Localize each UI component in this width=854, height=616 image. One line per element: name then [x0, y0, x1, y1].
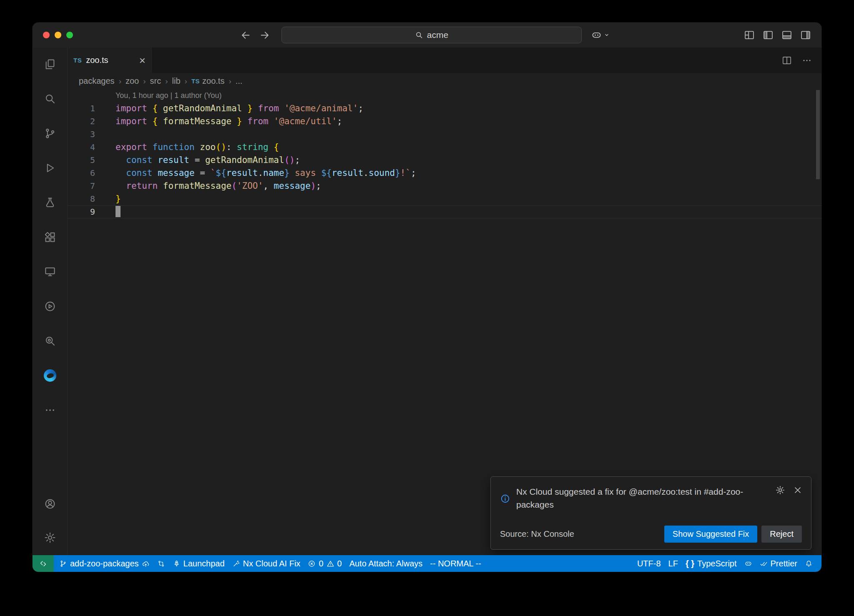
activitybar-item-remote-explorer[interactable] — [33, 260, 68, 283]
close-window-button[interactable] — [43, 32, 50, 38]
code-line-4[interactable]: 4export function zoo(): string { — [68, 141, 821, 154]
tab-zoo-ts[interactable]: TS zoo.ts × — [68, 48, 152, 73]
activitybar-item-nx-console[interactable] — [33, 295, 68, 318]
activitybar-item-source-control[interactable] — [33, 122, 68, 145]
language-item[interactable]: { }TypeScript — [682, 555, 741, 572]
code-line-1[interactable]: 1import { getRandomAnimal } from '@acme/… — [68, 102, 821, 115]
status-label: Launchpad — [183, 559, 225, 568]
close-tab-icon[interactable]: × — [139, 55, 146, 66]
breadcrumb-item[interactable]: packages — [79, 76, 115, 86]
prettier-item[interactable]: Prettier — [756, 555, 801, 572]
warning-icon — [327, 560, 334, 568]
breadcrumb-item[interactable]: zoo — [126, 76, 139, 86]
git-compare-item[interactable] — [153, 555, 169, 572]
problems-item[interactable]: 00 — [304, 555, 345, 572]
status-label: Nx Cloud AI Fix — [243, 559, 301, 568]
code-line-7[interactable]: 7 return formatMessage('ZOO', message); — [68, 180, 821, 193]
branch-icon — [59, 560, 67, 568]
launchpad-item[interactable]: Launchpad — [169, 555, 229, 572]
code-line-8[interactable]: 8} — [68, 193, 821, 205]
activitybar-item-code-search[interactable] — [33, 329, 68, 353]
toggle-primary-sidebar-button[interactable] — [762, 29, 774, 41]
activitybar-item-extensions[interactable] — [33, 225, 68, 249]
breadcrumb-item[interactable]: lib — [172, 76, 181, 86]
status-label: UTF-8 — [637, 559, 661, 568]
bell-item[interactable] — [801, 555, 816, 572]
activitybar-item-testing[interactable] — [33, 191, 68, 214]
command-center-search[interactable]: acme — [281, 27, 582, 43]
remote-icon — [39, 560, 47, 568]
braces-icon: { } — [686, 559, 694, 568]
code-line-6[interactable]: 6 const message = `${result.name} says $… — [68, 167, 821, 180]
breadcrumb-separator: › — [229, 77, 231, 86]
run-debug-icon — [44, 162, 56, 174]
activity-bar — [33, 48, 68, 555]
close-icon — [793, 485, 803, 495]
status-label: TypeScript — [697, 559, 736, 568]
encoding-item[interactable]: UTF-8 — [633, 555, 665, 572]
titlebar: acme — [33, 23, 821, 48]
breadcrumb-item[interactable]: TSzoo.ts — [191, 76, 225, 86]
remote-explorer-icon — [44, 265, 56, 278]
accounts-icon — [44, 498, 56, 510]
gitlens-blame[interactable]: You, 1 hour ago | 1 author (You) — [116, 89, 222, 102]
notification-settings-button[interactable] — [775, 485, 785, 495]
show-suggested-fix-button[interactable]: Show Suggested Fix — [664, 526, 757, 543]
maximize-window-button[interactable] — [66, 32, 73, 38]
branch-item[interactable]: add-zoo-packages — [55, 555, 153, 572]
git-compare-icon — [157, 560, 165, 568]
search-icon — [44, 93, 56, 105]
line-number: 9 — [68, 205, 95, 218]
editor-scrollbar[interactable] — [816, 90, 820, 179]
activitybar-item-explorer[interactable] — [33, 53, 68, 76]
customize-layout-button[interactable] — [743, 29, 755, 41]
activitybar-item-search[interactable] — [33, 87, 68, 110]
notification-message: Nx Cloud suggested a fix for @acme/zoo:t… — [516, 485, 770, 511]
bell-icon — [805, 560, 813, 568]
status-label: -- NORMAL -- — [430, 559, 481, 568]
activitybar-item-more[interactable] — [33, 398, 68, 422]
more-icon — [801, 55, 812, 66]
activitybar-item-run-debug[interactable] — [33, 156, 68, 180]
nx-cloud-ai-fix-item[interactable]: Nx Cloud AI Fix — [229, 555, 304, 572]
editor-more-actions-button[interactable] — [801, 55, 812, 66]
typescript-file-icon: TS — [73, 57, 82, 64]
code-line-3[interactable]: 3 — [68, 128, 821, 141]
navigate-back-button[interactable] — [240, 30, 251, 41]
editor-cursor — [116, 206, 121, 217]
breadcrumb-item[interactable]: ... — [236, 76, 243, 86]
check-all-icon — [760, 560, 768, 568]
navigate-forward-button[interactable] — [259, 30, 270, 41]
line-number: 2 — [68, 115, 95, 128]
vim-mode-item[interactable]: -- NORMAL -- — [426, 555, 485, 572]
copilot-menu-button[interactable] — [591, 23, 610, 48]
activitybar-item-accounts[interactable] — [33, 492, 68, 516]
toggle-primary-sidebar-icon — [762, 29, 774, 41]
code-line-5[interactable]: 5 const result = getRandomAnimal(); — [68, 154, 821, 167]
explorer-icon — [44, 58, 56, 70]
status-label: 0 — [319, 559, 323, 568]
customize-layout-icon — [743, 29, 755, 41]
minimize-window-button[interactable] — [55, 32, 61, 38]
auto-attach-item[interactable]: Auto Attach: Always — [346, 555, 427, 572]
reject-button[interactable]: Reject — [761, 526, 802, 543]
code-line-9[interactable]: 9 — [68, 205, 821, 218]
toggle-secondary-sidebar-button[interactable] — [800, 29, 811, 41]
copilot-icon — [591, 30, 602, 41]
line-number: 4 — [68, 141, 95, 154]
activitybar-item-edge-browser[interactable] — [33, 364, 68, 387]
copilot-item[interactable] — [741, 555, 756, 572]
tab-bar: TS zoo.ts × — [68, 48, 821, 73]
split-editor-button[interactable] — [781, 55, 792, 66]
code-line-2[interactable]: 2import { formatMessage } from '@acme/ut… — [68, 115, 821, 128]
screen: { "titlebar": { "search_value": "acme" }… — [0, 0, 854, 616]
breadcrumb-separator: › — [143, 77, 146, 86]
gear-icon — [775, 485, 785, 495]
remote-indicator[interactable] — [33, 555, 54, 572]
notification-toast: Nx Cloud suggested a fix for @acme/zoo:t… — [490, 476, 811, 550]
notification-close-button[interactable] — [793, 485, 803, 495]
toggle-panel-button[interactable] — [781, 29, 793, 41]
activitybar-item-settings-gear[interactable] — [33, 526, 68, 549]
eol-item[interactable]: LF — [665, 555, 682, 572]
breadcrumb-item[interactable]: src — [150, 76, 161, 86]
